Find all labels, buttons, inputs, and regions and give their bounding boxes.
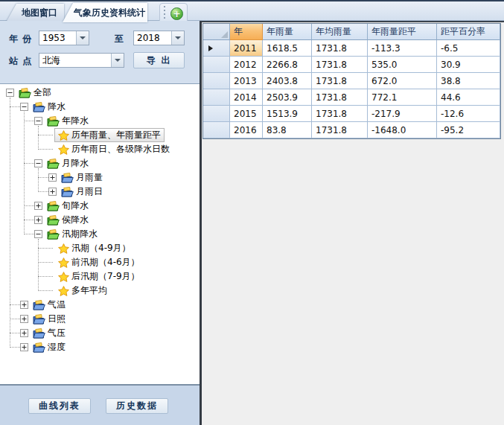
tree-node[interactable]: 日照 [29, 312, 69, 326]
tree-node[interactable]: 前汛期（4-6月） [54, 255, 144, 269]
tree-node[interactable]: 历年雨日、各级降水日数 [54, 142, 173, 156]
year-from-combobox[interactable]: 1953 [39, 31, 89, 45]
table-cell[interactable]: 772.1 [368, 89, 437, 106]
column-header-year[interactable]: 年 [230, 24, 263, 40]
table-cell[interactable]: 2012 [230, 57, 263, 73]
station-dropdown-button[interactable] [111, 54, 124, 67]
tree-item[interactable]: 后汛期（7-9月） [0, 269, 200, 284]
table-cell[interactable]: 1731.8 [312, 40, 368, 57]
table-cell[interactable]: 1731.8 [312, 106, 368, 122]
collapse-minus-box-icon[interactable] [20, 103, 28, 111]
tree-node[interactable]: 月雨日 [57, 185, 106, 199]
table-cell[interactable]: 1513.9 [263, 106, 312, 122]
tree-node-selected[interactable]: 历年雨量、年雨量距平 [54, 128, 165, 142]
add-tab-button[interactable]: + [170, 7, 183, 20]
collapse-minus-box-icon[interactable] [34, 117, 42, 125]
table-cell[interactable]: 672.0 [368, 73, 437, 89]
export-button[interactable]: 导 出 [133, 52, 185, 68]
tree-node[interactable]: 全部 [15, 86, 55, 100]
tree-item[interactable]: 历年雨日、各级降水日数 [0, 142, 200, 156]
collapse-minus-box-icon[interactable] [34, 230, 42, 238]
table-cell[interactable]: 2403.8 [263, 73, 312, 89]
tree-node[interactable]: 降水 [29, 100, 69, 114]
table-cell[interactable]: -95.2 [437, 122, 500, 138]
collapse-minus-box-icon[interactable] [6, 89, 14, 97]
expand-plus-box-icon[interactable] [48, 188, 57, 196]
row-header-cell[interactable] [203, 89, 230, 106]
collapse-minus-box-icon[interactable] [34, 159, 42, 167]
tree-item[interactable]: 降水 [0, 100, 200, 114]
year-to-combobox[interactable]: 2018 [133, 31, 185, 45]
table-cell[interactable]: -6.5 [437, 40, 500, 57]
table-cell[interactable]: 30.9 [437, 57, 500, 73]
table-cell[interactable]: 2011 [230, 40, 263, 57]
tree-item[interactable]: 旬降水 [0, 199, 200, 213]
table-cell[interactable]: 535.0 [368, 57, 437, 73]
tree-item[interactable]: 气温 [0, 298, 200, 312]
curve-list-button[interactable]: 曲线列表 [28, 398, 91, 414]
column-header-1[interactable]: 年雨量 [263, 24, 312, 40]
tree-item[interactable]: 气压 [0, 326, 200, 340]
tree-item[interactable]: 月降水 [0, 156, 200, 170]
table-cell[interactable]: 1731.8 [312, 73, 368, 89]
column-header-3[interactable]: 年雨量距平 [368, 24, 437, 40]
row-header-cell[interactable] [203, 106, 230, 122]
table-cell[interactable]: 83.8 [263, 122, 312, 138]
table-cell[interactable]: 1731.8 [312, 122, 368, 138]
tree-item[interactable]: 侯降水 [0, 213, 200, 227]
tree-item[interactable]: 历年雨量、年雨量距平 [0, 128, 200, 142]
table-cell[interactable]: 2016 [230, 122, 263, 138]
tree-item[interactable]: 月雨日 [0, 185, 200, 199]
table-cell[interactable]: 1731.8 [312, 57, 368, 73]
table-cell[interactable]: 2266.8 [263, 57, 312, 73]
tree-node[interactable]: 气温 [29, 298, 69, 312]
tree-item[interactable]: 全部 [0, 86, 200, 100]
tree-item[interactable]: 湿度 [0, 340, 200, 354]
tree-node[interactable]: 月降水 [43, 156, 92, 170]
tree-item[interactable]: 汛期（4-9月） [0, 241, 200, 255]
table-cell[interactable]: 2013 [230, 73, 263, 89]
table-cell[interactable]: 44.6 [437, 89, 500, 106]
year-to-dropdown-button[interactable] [171, 31, 184, 45]
row-header-cell[interactable] [203, 40, 230, 57]
tree-item[interactable]: 日照 [0, 312, 200, 326]
tree-node[interactable]: 侯降水 [43, 213, 92, 227]
station-combobox[interactable]: 北海 [39, 53, 124, 68]
tab-weather-history-stats[interactable]: 气象历史资料统计 [63, 3, 147, 22]
table-cell[interactable]: 2503.9 [263, 89, 312, 106]
expand-plus-box-icon[interactable] [20, 343, 28, 351]
expand-plus-box-icon[interactable] [20, 315, 28, 323]
table-cell[interactable]: -217.9 [368, 106, 437, 122]
expand-plus-box-icon[interactable] [20, 329, 28, 337]
history-data-button[interactable]: 历史数据 [106, 398, 168, 414]
tree-item[interactable]: 年降水 [0, 114, 200, 128]
table-cell[interactable]: 38.8 [437, 73, 500, 89]
row-header-cell[interactable] [203, 122, 230, 138]
tree-item[interactable]: 多年平均 [0, 284, 200, 298]
row-header-cell[interactable] [203, 73, 230, 89]
column-header-4[interactable]: 距平百分率 [437, 24, 500, 40]
tree-node[interactable]: 气压 [29, 326, 69, 340]
tree-node[interactable]: 年降水 [43, 114, 92, 128]
year-from-dropdown-button[interactable] [76, 31, 89, 45]
expand-plus-box-icon[interactable] [34, 202, 42, 210]
tree-item[interactable]: 汛期降水 [0, 227, 200, 241]
table-cell[interactable]: -12.6 [437, 106, 500, 122]
expand-plus-box-icon[interactable] [34, 216, 42, 224]
table-cell[interactable]: 1731.8 [312, 89, 368, 106]
tree-item[interactable]: 前汛期（4-6月） [0, 255, 200, 269]
tree-node[interactable]: 汛期（4-9月） [54, 241, 135, 255]
tree-node[interactable]: 湿度 [29, 340, 69, 354]
tree-node[interactable]: 旬降水 [43, 199, 92, 213]
column-header-2[interactable]: 年均雨量 [312, 24, 368, 40]
table-cell[interactable]: -1648.0 [368, 122, 437, 138]
expand-plus-box-icon[interactable] [20, 301, 28, 309]
table-cell[interactable]: -113.3 [368, 40, 437, 57]
tree-node[interactable]: 多年平均 [54, 284, 111, 298]
table-cell[interactable]: 2015 [230, 106, 263, 122]
select-all-corner-cell[interactable] [203, 24, 230, 40]
tree-node[interactable]: 后汛期（7-9月） [54, 269, 144, 284]
tab-map-window[interactable]: 地图窗口 [6, 4, 64, 22]
tree-node[interactable]: 月雨量 [57, 170, 106, 185]
row-header-cell[interactable] [203, 57, 230, 73]
